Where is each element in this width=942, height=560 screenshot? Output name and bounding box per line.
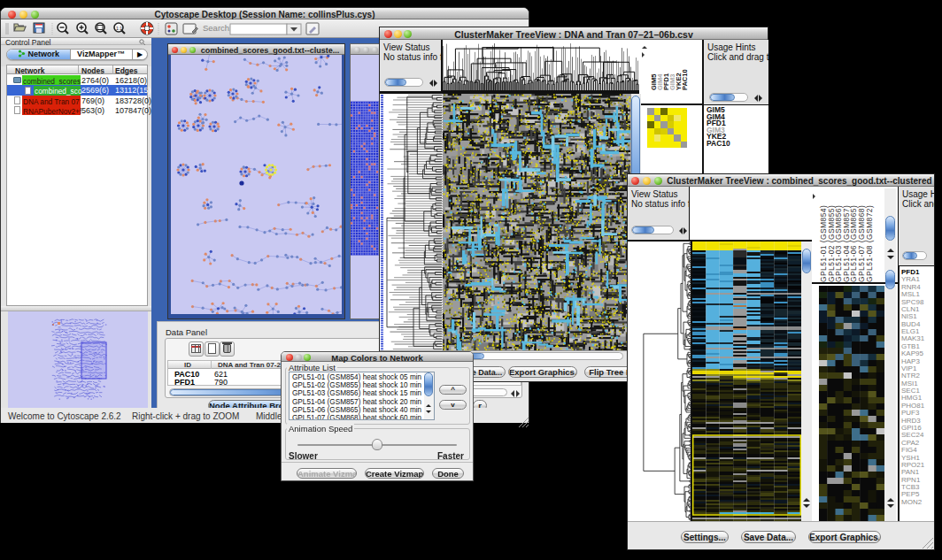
svg-text:Search:: Search: bbox=[203, 23, 232, 33]
svg-text:1:1: 1:1 bbox=[116, 26, 122, 31]
